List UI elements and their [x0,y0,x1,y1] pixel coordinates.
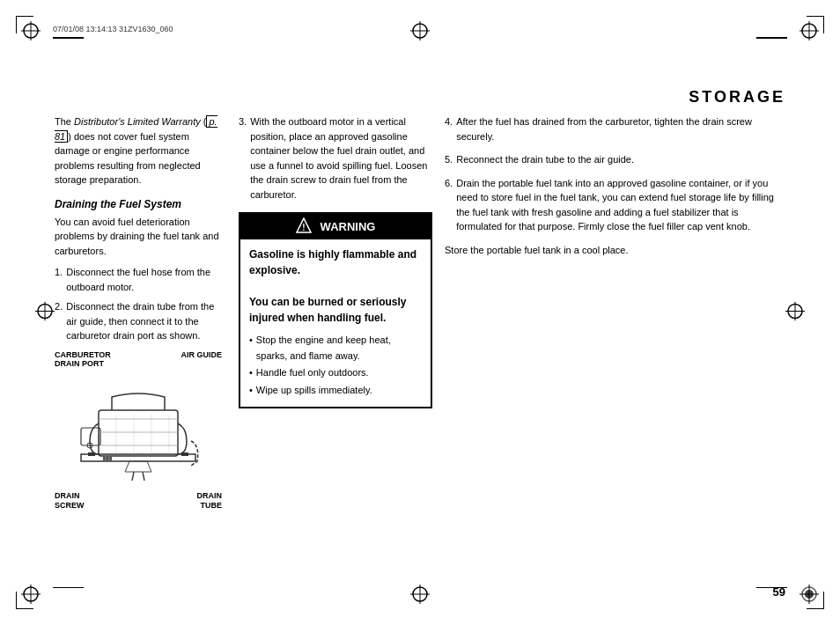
reg-mark-bc [410,585,430,604]
warranty-text-after: does not cover fuel system damage or eng… [55,131,201,186]
diagram-area: CARBURETORDRAIN PORT AIR GUIDE [55,350,222,504]
warning-box: ! WARNING Gasoline is highly flammable a… [239,212,432,408]
warning-label: WARNING [321,220,376,233]
middle-step-3: 3. With the outboard motor in a vertical… [239,114,432,202]
draining-step-2: 2. Disconnect the drain tube from the ai… [55,299,226,343]
warranty-paragraph: The Distributor's Limited Warranty (p. 8… [55,114,226,188]
middle-column: 3. With the outboard motor in a vertical… [239,114,432,572]
bullet-1: • Stop the engine and keep heat, sparks,… [249,333,422,364]
draining-intro: You can avoid fuel deterioration problem… [55,215,226,259]
step-5-text: Reconnect the drain tube to the air guid… [456,152,634,167]
bullet-2-text: Handle fuel only outdoors. [256,365,369,381]
step-2-num: 2. [55,299,63,343]
header-text: 07/01/08 13:14:13 31ZV1630_060 [53,25,173,33]
page-ref-close: ) [68,131,71,142]
warranty-title: Distributor's Limited Warranty [74,116,201,127]
bullet-1-text: Stop the engine and keep heat, sparks, a… [256,333,422,364]
reg-mark-tr [799,21,819,40]
step-1-num: 1. [55,265,63,294]
step-6-text: Drain the portable fuel tank into an app… [456,176,785,234]
right-step-4: 4. After the fuel has drained from the c… [445,114,785,143]
svg-line-34 [132,472,134,481]
top-rule-left [53,37,84,39]
reg-mark-tl [21,21,41,40]
svg-text:!: ! [302,223,305,232]
bullet-2: • Handle fuel only outdoors. [249,365,422,381]
reg-mark-bl [21,585,41,604]
warranty-text-before: The [55,116,74,127]
svg-rect-28 [99,410,178,456]
warning-text-1: Gasoline is highly flammable and explosi… [249,246,422,326]
svg-line-35 [143,472,144,481]
bullet-3-text: Wipe up spills immediately. [256,383,372,399]
reg-mark-right [785,302,805,324]
right-column: 4. After the fuel has drained from the c… [445,114,785,572]
svg-rect-25 [81,454,195,461]
reg-mark-left [35,302,55,324]
right-step-5: 5. Reconnect the drain tube to the air g… [445,152,785,167]
page-number: 59 [773,585,785,599]
step-3-text: With the outboard motor in a vertical po… [250,114,432,202]
bullet-3: • Wipe up spills immediately. [249,383,422,399]
diagram-labels-top: CARBURETORDRAIN PORT AIR GUIDE [55,350,222,370]
label-drain-tube: DRAINTUBE [197,491,223,511]
warning-header: ! WARNING [240,214,431,239]
step-3-num: 3. [239,114,247,202]
left-column: The Distributor's Limited Warranty (p. 8… [55,114,226,572]
bottom-rule-left [53,587,84,589]
warning-triangle-icon: ! [296,217,312,236]
label-air-guide: AIR GUIDE [181,350,222,370]
diagram-image [55,371,222,489]
diagram-labels-bottom: DRAINSCREW DRAINTUBE [55,491,222,511]
label-drain-screw: DRAINSCREW [55,491,85,511]
reg-mark-tc [410,21,430,40]
page-title: STORAGE [689,88,785,107]
reg-mark-br [799,585,819,604]
label-carburetor: CARBURETORDRAIN PORT [55,350,111,370]
right-step-6: 6. Drain the portable fuel tank into an … [445,176,785,234]
step-1-text: Disconnect the fuel hose from the outboa… [66,265,226,294]
store-text: Store the portable fuel tank in a cool p… [445,243,785,258]
warning-bullets: • Stop the engine and keep heat, sparks,… [249,333,422,398]
svg-rect-31 [103,456,112,461]
step-4-text: After the fuel has drained from the carb… [456,114,785,143]
header-bar: 07/01/08 13:14:13 31ZV1630_060 [53,25,173,33]
draining-step-1: 1. Disconnect the fuel hose from the out… [55,265,226,294]
draining-heading: Draining the Fuel System [55,198,226,210]
content-area: The Distributor's Limited Warranty (p. 8… [55,114,785,572]
top-rule-right [756,37,787,39]
step-2-text: Disconnect the drain tube from the air g… [66,299,226,343]
page: 07/01/08 13:14:13 31ZV1630_060 STORAGE T… [0,0,840,625]
